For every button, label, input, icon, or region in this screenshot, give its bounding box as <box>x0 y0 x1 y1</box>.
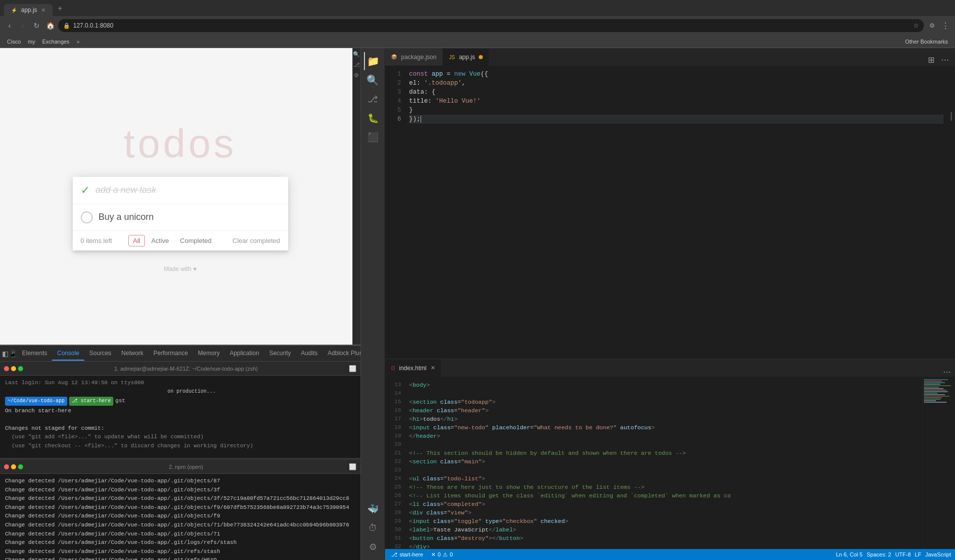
hl-27: <li class="completed"> <box>409 500 918 508</box>
terminal-2-content[interactable]: Change detected /Users/admejiar/Code/vue… <box>0 474 360 560</box>
language[interactable]: JavaScript <box>925 551 951 557</box>
terminal-dots <box>4 366 23 371</box>
browser-tabs-bar: ⚡ app.js ✕ + <box>0 0 955 16</box>
search-dt-icon[interactable]: 🔍 <box>353 51 360 58</box>
app-js-label: app.js <box>459 54 475 61</box>
code-editor[interactable]: 1 2 3 4 5 6 const app = new Vue({ el: '.… <box>385 66 955 359</box>
tab-application[interactable]: Application <box>225 347 264 361</box>
hln-13: 13 <box>385 381 401 389</box>
error-icon: ✕ <box>431 551 436 558</box>
bookmark-my[interactable]: my <box>25 38 39 46</box>
html-icon: ⟨⟩ <box>391 365 395 371</box>
index-html-label: index.html <box>399 365 427 372</box>
browser-tab[interactable]: ⚡ app.js ✕ <box>4 4 53 16</box>
forward-btn[interactable]: › <box>18 20 29 31</box>
settings-dt-icon[interactable]: ⚙ <box>354 72 359 79</box>
line-ending[interactable]: LF <box>915 551 921 557</box>
close-tab-btn[interactable]: ✕ <box>431 365 435 371</box>
more-actions-btn[interactable]: ⋯ <box>939 54 951 66</box>
tab-close[interactable]: ✕ <box>41 7 46 14</box>
reload-btn[interactable]: ↻ <box>31 20 42 31</box>
hln-25: 25 <box>385 483 401 491</box>
encoding[interactable]: UTF-8 <box>895 551 911 557</box>
package-json-label: package.json <box>401 54 437 61</box>
npm-line-1: Change detected /Users/admejiar/Code/vue… <box>5 477 355 486</box>
hl-28: <div class="view"> <box>409 508 918 517</box>
toggle-all-icon[interactable]: ✓ <box>81 184 90 197</box>
line-col[interactable]: Ln 6, Col 5 <box>836 551 863 557</box>
hl-23 <box>409 466 918 474</box>
tab-package-json[interactable]: 📦 package.json <box>385 48 443 66</box>
code-lines[interactable]: const app = new Vue({ el: '.todoapp', da… <box>405 66 947 359</box>
code-line-1: const app = new Vue({ <box>409 70 943 79</box>
extensions-btn[interactable]: ⚙ <box>926 20 937 31</box>
back-btn[interactable]: ‹ <box>4 20 15 31</box>
split-editor-btn[interactable]: ⊞ <box>925 54 937 66</box>
hl-26: <!-- List items should get the class `ed… <box>409 491 918 500</box>
explorer-icon[interactable]: 📁 <box>364 52 382 70</box>
bookmark-exchanges[interactable]: Exchanges <box>39 38 72 46</box>
debug-icon[interactable]: 🐛 <box>364 109 382 127</box>
hln-23: 23 <box>385 466 401 474</box>
tab-sources[interactable]: Sources <box>84 347 116 361</box>
terminal-2-maximize[interactable]: ⬜ <box>349 463 356 470</box>
extensions-icon[interactable]: ⬛ <box>364 128 382 146</box>
code-line-2: el: '.todoapp', <box>409 79 943 88</box>
source-dt-icon[interactable]: ⎇ <box>353 62 360 68</box>
html-editor-content[interactable]: 13 14 15 16 17 18 19 20 21 22 23 24 25 2… <box>385 377 955 549</box>
dt-device-btn[interactable]: 📱 <box>9 348 17 360</box>
menu-btn[interactable]: ⋮ <box>940 20 951 31</box>
terminal-maximize[interactable]: ⬜ <box>349 365 356 372</box>
settings-icon[interactable]: ⚙ <box>364 538 382 556</box>
tab-index-html[interactable]: ⟨⟩ index.html ✕ <box>385 359 442 377</box>
todo-item-checkbox[interactable] <box>81 211 93 223</box>
hl-25: <!-- These are here just to show the str… <box>409 483 918 491</box>
hl-13: <body> <box>409 381 918 389</box>
hln-28: 28 <box>385 508 401 517</box>
ln-3: 3 <box>385 88 401 97</box>
branch-name: start-here <box>400 551 423 557</box>
home-btn[interactable]: 🏠 <box>45 20 56 31</box>
tab-memory[interactable]: Memory <box>193 347 225 361</box>
bookmark-star[interactable]: ☆ <box>913 22 919 29</box>
t-line-login: on production... <box>5 388 355 396</box>
hln-14: 14 <box>385 389 401 398</box>
status-branch[interactable]: ⎇ start-here <box>389 551 425 558</box>
app-js-icon: JS <box>449 55 455 60</box>
todo-input-display: add a new task <box>96 185 280 195</box>
dt-inspect-btn[interactable]: ◧ <box>2 348 9 360</box>
tab-audits[interactable]: Audits <box>296 347 322 361</box>
gauge-icon[interactable]: ⏱ <box>364 519 382 537</box>
hl-17: <h1>todos</h1> <box>409 415 918 423</box>
t-blank2 <box>5 451 355 458</box>
clear-completed[interactable]: Clear completed <box>233 237 280 244</box>
ln-6: 6 <box>385 115 401 124</box>
tab-security[interactable]: Security <box>264 347 296 361</box>
tab-console[interactable]: Console <box>52 347 84 361</box>
made-with-note: Made with ♥ <box>43 265 318 272</box>
terminal-1-content[interactable]: Last login: Sun Aug 12 13:49:50 on ttys0… <box>0 376 360 458</box>
tab-network[interactable]: Network <box>116 347 148 361</box>
hln-32: 32 <box>385 542 401 549</box>
tab-app-js[interactable]: JS app.js <box>443 48 490 66</box>
status-errors[interactable]: ✕ 0 ⚠ 0 <box>429 551 455 558</box>
todo-item: Buy a unicorn <box>73 204 288 231</box>
bottom-more-btn[interactable]: ⋯ <box>943 367 951 377</box>
tab-elements[interactable]: Elements <box>17 347 52 361</box>
git-icon[interactable]: ⎇ <box>364 90 382 108</box>
tab-performance[interactable]: Performance <box>148 347 193 361</box>
spaces[interactable]: Spaces: 2 <box>867 551 891 557</box>
bookmark-cisco[interactable]: Cisco <box>4 38 24 46</box>
search-icon[interactable]: 🔍 <box>364 71 382 89</box>
address-bar[interactable]: 🔒 127.0.0.1:8080 ☆ <box>58 19 924 32</box>
new-tab-btn[interactable]: + <box>53 2 67 15</box>
bookmark-more[interactable]: » <box>74 38 83 46</box>
filter-active[interactable]: Active <box>147 235 173 246</box>
terminal-1-header: 1. admejiar@admejiar-M-621Z: ~/Code/vue-… <box>0 362 360 376</box>
docker-icon[interactable]: 🐳 <box>364 500 382 518</box>
bookmark-other[interactable]: Other Bookmarks <box>902 38 951 46</box>
filter-completed[interactable]: Completed <box>175 235 216 246</box>
filter-all[interactable]: All <box>128 235 144 246</box>
bookmarks-bar: Cisco my Exchanges » Other Bookmarks <box>0 35 955 48</box>
html-code-lines[interactable]: <body> <section class="todoapp"> <header… <box>405 377 922 549</box>
